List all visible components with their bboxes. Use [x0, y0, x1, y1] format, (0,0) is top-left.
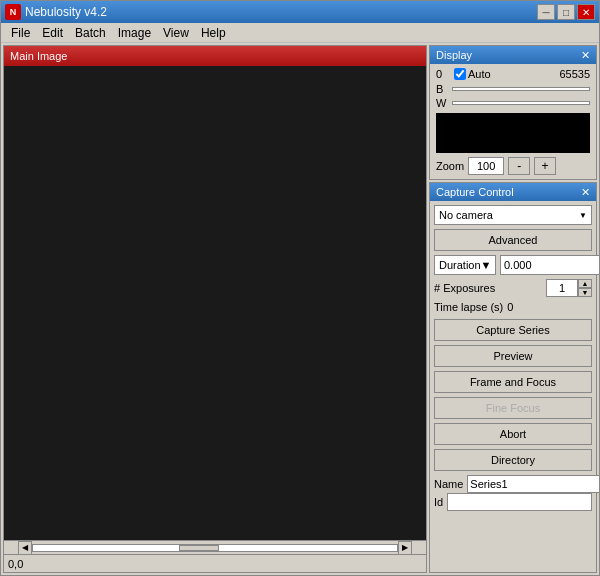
advanced-button[interactable]: Advanced: [434, 229, 592, 251]
auto-checkbox[interactable]: [454, 68, 466, 80]
scroll-right-arrow[interactable]: ▶: [398, 541, 412, 555]
main-panel-title: Main Image: [10, 50, 67, 62]
menu-bar: File Edit Batch Image View Help: [1, 23, 599, 43]
camera-label: No camera: [439, 209, 493, 221]
menu-file[interactable]: File: [5, 24, 36, 42]
frame-focus-button[interactable]: Frame and Focus: [434, 371, 592, 393]
duration-row: Duration ▼: [434, 255, 592, 275]
main-image-area: [4, 66, 426, 540]
id-input[interactable]: [447, 493, 592, 511]
zoom-label: Zoom: [436, 160, 464, 172]
zoom-row: Zoom - +: [436, 157, 590, 175]
b-slider-row: B: [436, 83, 590, 95]
zoom-minus-button[interactable]: -: [508, 157, 530, 175]
zoom-input[interactable]: [468, 157, 504, 175]
close-button[interactable]: ✕: [577, 4, 595, 20]
app-icon: N: [5, 4, 21, 20]
display-panel: Display ✕ 0 Auto 65535 B: [429, 45, 597, 180]
duration-label: Duration: [439, 259, 481, 271]
main-window: N Nebulosity v4.2 ─ □ ✕ File Edit Batch …: [0, 0, 600, 576]
name-input[interactable]: [467, 475, 599, 493]
exposures-spinner-buttons: ▲ ▼: [578, 279, 592, 297]
id-row: Id: [434, 493, 592, 511]
timelapse-label: Time lapse (s): [434, 301, 503, 313]
display-panel-content: 0 Auto 65535 B W: [430, 64, 596, 179]
exposures-spinner: ▲ ▼: [546, 279, 592, 297]
name-label: Name: [434, 478, 463, 490]
minimize-button[interactable]: ─: [537, 4, 555, 20]
display-min-value: 0: [436, 68, 450, 80]
duration-input[interactable]: [500, 255, 599, 275]
exposures-input[interactable]: [546, 279, 578, 297]
abort-button[interactable]: Abort: [434, 423, 592, 445]
menu-image[interactable]: Image: [112, 24, 157, 42]
title-buttons: ─ □ ✕: [537, 4, 595, 20]
auto-checkbox-label: Auto: [454, 68, 491, 80]
capture-panel-header: Capture Control ✕: [430, 183, 596, 201]
status-bar: 0,0: [4, 554, 426, 572]
display-max-value: 65535: [559, 68, 590, 80]
duration-dropdown[interactable]: Duration ▼: [434, 255, 496, 275]
scroll-track-h[interactable]: [32, 544, 398, 552]
capture-panel-content: No camera ▼ Advanced Duration ▼: [430, 201, 596, 515]
display-preview-box: [436, 113, 590, 153]
timelapse-row: Time lapse (s) 0: [434, 301, 592, 313]
menu-edit[interactable]: Edit: [36, 24, 69, 42]
scrollbar-horizontal[interactable]: ◀ ▶: [4, 540, 426, 554]
preview-button[interactable]: Preview: [434, 345, 592, 367]
fine-focus-button[interactable]: Fine Focus: [434, 397, 592, 419]
duration-dropdown-arrow: ▼: [481, 259, 492, 271]
w-slider[interactable]: [452, 101, 590, 105]
app-title: Nebulosity v4.2: [25, 5, 107, 19]
exposures-row: # Exposures ▲ ▼: [434, 279, 592, 297]
camera-dropdown[interactable]: No camera ▼: [434, 205, 592, 225]
main-image-panel: Main Image ◀ ▶ 0,0: [3, 45, 427, 573]
name-row: Name: [434, 475, 592, 493]
display-panel-title: Display: [436, 49, 472, 61]
title-bar-left: N Nebulosity v4.2: [5, 4, 107, 20]
b-label: B: [436, 83, 448, 95]
display-panel-header: Display ✕: [430, 46, 596, 64]
auto-label: Auto: [468, 68, 491, 80]
capture-panel-title: Capture Control: [436, 186, 514, 198]
menu-view[interactable]: View: [157, 24, 195, 42]
display-panel-close[interactable]: ✕: [581, 49, 590, 62]
scroll-thumb-h[interactable]: [179, 545, 219, 551]
capture-panel-close[interactable]: ✕: [581, 186, 590, 199]
scroll-left-arrow[interactable]: ◀: [18, 541, 32, 555]
id-label: Id: [434, 496, 443, 508]
display-range-row: 0 Auto 65535: [436, 68, 590, 80]
content-area: Main Image ◀ ▶ 0,0 Display ✕: [1, 43, 599, 575]
status-coords: 0,0: [8, 558, 23, 570]
w-label: W: [436, 97, 448, 109]
maximize-button[interactable]: □: [557, 4, 575, 20]
capture-control-panel: Capture Control ✕ No camera ▼ Advanced D…: [429, 182, 597, 573]
exposures-down-button[interactable]: ▼: [578, 288, 592, 297]
exposures-up-button[interactable]: ▲: [578, 279, 592, 288]
directory-button[interactable]: Directory: [434, 449, 592, 471]
right-panel: Display ✕ 0 Auto 65535 B: [429, 45, 597, 573]
b-slider[interactable]: [452, 87, 590, 91]
menu-help[interactable]: Help: [195, 24, 232, 42]
menu-batch[interactable]: Batch: [69, 24, 112, 42]
title-bar: N Nebulosity v4.2 ─ □ ✕: [1, 1, 599, 23]
w-slider-row: W: [436, 97, 590, 109]
timelapse-value: 0: [507, 301, 513, 313]
exposures-label: # Exposures: [434, 282, 495, 294]
main-panel-header: Main Image: [4, 46, 426, 66]
zoom-plus-button[interactable]: +: [534, 157, 556, 175]
camera-dropdown-arrow: ▼: [579, 211, 587, 220]
capture-series-button[interactable]: Capture Series: [434, 319, 592, 341]
